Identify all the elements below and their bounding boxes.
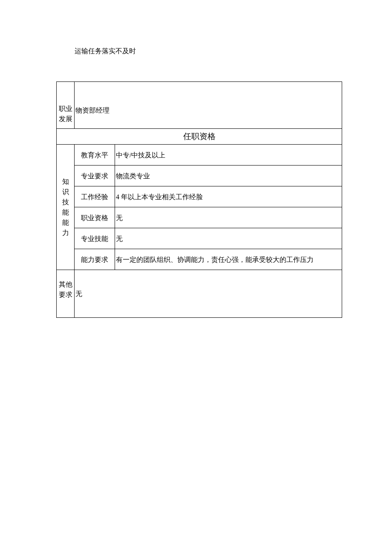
other-label-line2: 要求 — [58, 290, 73, 300]
other-label: 其他 要求 — [57, 278, 74, 302]
knowledge-sublabel-3: 职业资格 — [75, 207, 115, 228]
other-label-line1: 其他 — [58, 279, 73, 290]
knowledge-sublabel-4: 专业技能 — [75, 228, 115, 249]
knowledge-value-4: 无 — [115, 228, 342, 249]
knowledge-label-c6: 力 — [58, 228, 73, 238]
knowledge-label-c2: 识 — [58, 187, 73, 197]
knowledge-sublabel-2: 工作经验 — [75, 186, 115, 207]
knowledge-value-2: 4 年以上本专业相关工作经脸 — [115, 186, 342, 207]
knowledge-sublabel-5: 能力要求 — [75, 249, 115, 270]
knowledge-value-1: 物流类专业 — [115, 166, 342, 186]
qualification-table: 职业 发展 物资部经理 任职资格 知 识 技 能 能 力 教育水平 中专 — [56, 81, 342, 318]
qualification-table-wrap: 职业 发展 物资部经理 任职资格 知 识 技 能 能 力 教育水平 中专 — [56, 81, 342, 318]
knowledge-value-0: 中专/中技及以上 — [115, 145, 342, 166]
knowledge-row-5: 能力要求 有一定的团队组织、协调能力，责任心强，能承受较大的工作压力 — [57, 249, 342, 270]
knowledge-sublabel-0: 教育水平 — [75, 145, 115, 166]
other-label-cell: 其他 要求 — [57, 270, 75, 318]
knowledge-label-c4: 能 — [58, 207, 73, 218]
knowledge-value-3: 无 — [115, 207, 342, 228]
knowledge-row-3: 职业资格 无 — [57, 207, 342, 228]
knowledge-sublabel-1: 专业要求 — [75, 166, 115, 186]
career-label: 职业 发展 — [57, 102, 74, 126]
knowledge-value-5: 有一定的团队组织、协调能力，责任心强，能承受较大的工作压力 — [115, 249, 342, 270]
career-label-line1: 职业 — [58, 104, 73, 114]
career-value: 物资部经理 — [75, 82, 342, 129]
career-row: 职业 发展 物资部经理 — [57, 82, 342, 129]
header-text: 运输任务落实不及时 — [0, 0, 392, 56]
knowledge-row-1: 专业要求 物流类专业 — [57, 166, 342, 186]
other-row: 其他 要求 无 — [57, 270, 342, 318]
knowledge-label-c1: 知 — [58, 177, 73, 187]
section-header-row: 任职资格 — [57, 129, 342, 145]
knowledge-row-4: 专业技能 无 — [57, 228, 342, 249]
knowledge-label-c3: 技 — [58, 197, 73, 207]
knowledge-row-0: 知 识 技 能 能 力 教育水平 中专/中技及以上 — [57, 145, 342, 166]
knowledge-label: 知 识 技 能 能 力 — [57, 175, 74, 240]
career-label-line2: 发展 — [58, 114, 73, 124]
section-header: 任职资格 — [57, 129, 342, 145]
knowledge-row-2: 工作经验 4 年以上本专业相关工作经脸 — [57, 186, 342, 207]
other-value: 无 — [75, 270, 342, 318]
career-label-cell: 职业 发展 — [57, 82, 75, 129]
knowledge-label-cell: 知 识 技 能 能 力 — [57, 145, 75, 270]
knowledge-label-c5: 能 — [58, 218, 73, 228]
